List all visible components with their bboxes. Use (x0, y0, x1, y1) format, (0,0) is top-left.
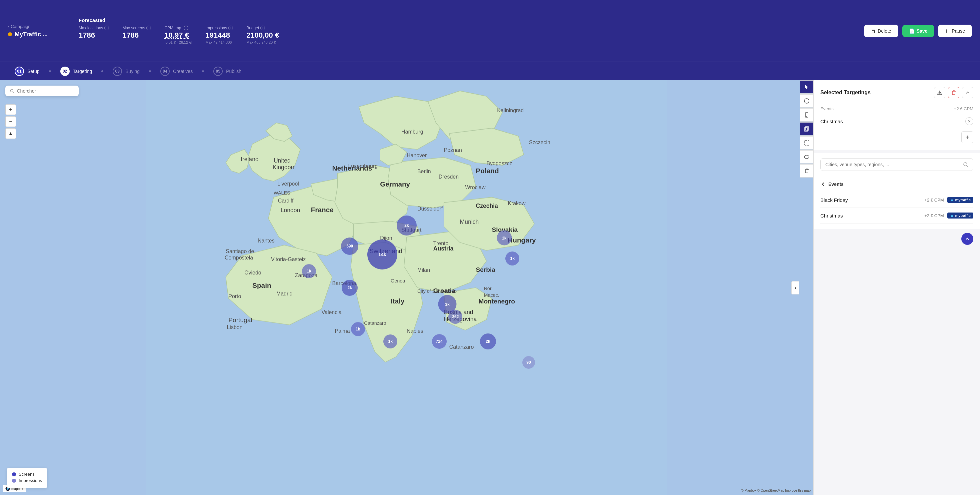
max-locations-info-icon[interactable]: i (104, 25, 109, 30)
metric-impressions-max: Max 42 414 306 (206, 40, 233, 44)
trash-icon: 🗑 (871, 28, 876, 33)
oval-tool-button[interactable] (800, 150, 813, 163)
christmas-event-remove-button[interactable]: × (965, 117, 973, 125)
arrow-up-icon (965, 236, 970, 241)
step-03-buying[interactable]: 03 Buying (106, 67, 146, 76)
christmas-event-item[interactable]: Christmas +2 € CPM mytraffic (820, 208, 973, 224)
cluster-c7[interactable]: 2k (342, 280, 358, 296)
mobile-tool-button[interactable] (800, 108, 813, 122)
scroll-top-button[interactable] (961, 233, 973, 245)
pause-label: Pause (952, 28, 965, 33)
svg-text:Austria: Austria (433, 245, 453, 252)
map-search-box[interactable] (5, 86, 79, 96)
map-area[interactable]: Ireland United Kingdom Liverpool WALES C… (0, 80, 813, 495)
svg-text:Kaliningrad: Kaliningrad (497, 108, 523, 113)
trash-targeting-icon (951, 90, 956, 95)
targeting-search-section (814, 153, 980, 176)
cluster-c14[interactable]: 90 (522, 356, 535, 369)
max-screens-info-icon[interactable]: i (146, 25, 151, 30)
copy-tool-button[interactable] (800, 122, 813, 136)
cluster-c3[interactable]: 590 (341, 238, 358, 255)
svg-text:Valencia: Valencia (322, 309, 342, 315)
svg-text:Vitoria-Gasteiz: Vitoria-Gasteiz (271, 257, 305, 262)
delete-targeting-button[interactable] (948, 87, 959, 98)
cluster-c10[interactable]: 1k (351, 322, 365, 336)
download-targeting-button[interactable] (934, 87, 945, 98)
step-05-label: Publish (226, 68, 241, 74)
impressions-info-icon[interactable]: i (228, 25, 233, 30)
step-dot-2 (101, 70, 103, 72)
header-left: ‹ Campaign MyTraffic ... (8, 24, 68, 38)
collapse-panel-button[interactable] (962, 87, 973, 98)
cluster-c1[interactable]: 14k (368, 240, 397, 270)
pause-icon: ⏸ (945, 28, 950, 33)
svg-line-74 (967, 165, 968, 167)
map-zoom-controls: + − ▲ (5, 104, 16, 139)
add-event-button[interactable]: + (961, 131, 973, 143)
cursor-tool-button[interactable] (800, 80, 813, 94)
events-back-button[interactable]: Events (820, 182, 973, 187)
map-search-input[interactable] (17, 88, 74, 94)
screens-legend-label: Screens (19, 472, 35, 477)
cluster-c5[interactable]: 1k (505, 252, 519, 265)
events-col-cpm: +2 € CPM (954, 106, 973, 111)
mobile-icon (803, 112, 810, 118)
step-04-creatives[interactable]: 04 Creatives (154, 67, 199, 76)
zoom-out-button[interactable]: − (5, 116, 16, 127)
step-02-targeting[interactable]: 02 Targeting (54, 67, 99, 76)
cursor-icon (803, 84, 810, 90)
panel-header: Selected Targetings (820, 87, 973, 98)
step-05-publish[interactable]: 05 Publish (207, 67, 248, 76)
targeting-search-box[interactable] (820, 158, 973, 171)
metric-cpm-imp: CPM Imp. i 10,97 € [0,01 € - 28,12 €] (164, 25, 192, 44)
scroll-top-container (814, 229, 980, 249)
christmas-cpm: +2 € CPM (924, 213, 943, 218)
svg-rect-69 (804, 141, 809, 145)
select-tool-button[interactable] (800, 136, 813, 149)
svg-text:Porto: Porto (228, 294, 241, 299)
back-chevron-icon: ‹ (8, 24, 10, 29)
expand-panel-button[interactable]: › (791, 281, 799, 295)
step-dot-3 (149, 70, 151, 72)
pause-button[interactable]: ⏸ Pause (938, 25, 972, 37)
delete-draw-button[interactable] (800, 164, 813, 178)
events-col-label: Events (820, 106, 834, 111)
svg-text:Naples: Naples (407, 328, 423, 334)
metric-max-screens: Max screens i 1786 (123, 25, 151, 40)
cluster-c11[interactable]: 1k (383, 335, 397, 348)
metrics-row: Max locations i 1786 Max screens i 1786 … (79, 25, 279, 44)
cluster-c13[interactable]: 2k (480, 333, 496, 349)
impressions-legend-dot (12, 479, 16, 483)
svg-point-66 (807, 116, 807, 117)
cpm-imp-info-icon[interactable]: i (184, 25, 188, 30)
search-panel-icon (963, 162, 968, 167)
metric-cpm-imp-sub: [0,01 € - 28,12 €] (164, 40, 192, 44)
step-03-circle: 03 (113, 67, 122, 76)
black-friday-event-item[interactable]: Black Friday +2 € CPM mytraffic (820, 192, 973, 208)
cluster-c9[interactable]: 362 (448, 310, 462, 324)
step-01-label: Setup (27, 68, 40, 74)
svg-rect-68 (805, 127, 809, 130)
map-svg: Ireland United Kingdom Liverpool WALES C… (0, 80, 813, 495)
svg-text:Kingdom: Kingdom (273, 164, 296, 171)
svg-point-64 (804, 98, 809, 103)
delete-button[interactable]: 🗑 Delete (864, 25, 898, 37)
cluster-c12[interactable]: 724 (432, 334, 447, 349)
save-button[interactable]: 📄 Save (902, 25, 934, 37)
svg-text:Croatia: Croatia (433, 287, 455, 294)
svg-point-73 (964, 163, 967, 166)
reset-bearing-button[interactable]: ▲ (5, 128, 16, 139)
targeting-search-input[interactable] (825, 162, 960, 167)
zoom-in-button[interactable]: + (5, 104, 16, 115)
svg-text:WALES: WALES (274, 190, 290, 195)
step-01-setup[interactable]: 01 Setup (8, 67, 46, 76)
back-campaign-link[interactable]: ‹ Campaign (8, 24, 68, 29)
cluster-c6[interactable]: 1k (302, 264, 316, 278)
step-03-label: Buying (125, 68, 140, 74)
select-icon (803, 140, 810, 146)
budget-info-icon[interactable]: i (260, 25, 265, 30)
cluster-c2[interactable]: 2k (397, 216, 417, 235)
circle-draw-button[interactable] (800, 94, 813, 108)
mytraffic-badge-label-2: mytraffic (955, 214, 970, 217)
cluster-c4[interactable]: 1k (497, 230, 512, 246)
